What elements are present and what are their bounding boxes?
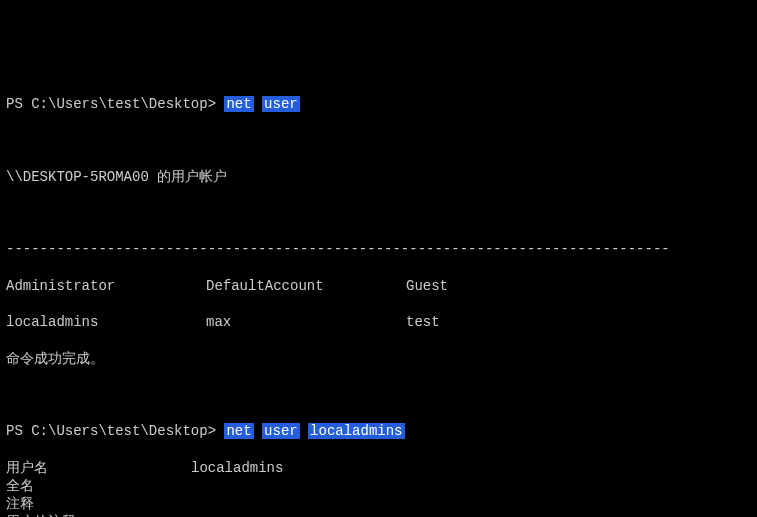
terminal-output: PS C:\Users\test\Desktop> net user \\DES… bbox=[6, 77, 751, 517]
detail-value: localadmins bbox=[191, 459, 283, 477]
success-message: 命令成功完成。 bbox=[6, 350, 751, 368]
user-cell: Administrator bbox=[6, 277, 206, 295]
user-row: AdministratorDefaultAccountGuest bbox=[6, 277, 751, 295]
user-cell: localadmins bbox=[6, 313, 206, 331]
detail-label: 用户的注释 bbox=[6, 513, 191, 517]
user-cell: test bbox=[406, 313, 586, 331]
detail-row: 用户的注释 bbox=[6, 513, 751, 517]
prompt-path: PS C:\Users\test\Desktop> bbox=[6, 423, 216, 439]
prompt-path: PS C:\Users\test\Desktop> bbox=[6, 96, 216, 112]
detail-row: 注释 bbox=[6, 495, 751, 513]
detail-label: 注释 bbox=[6, 495, 191, 513]
detail-row: 全名 bbox=[6, 477, 751, 495]
user-cell: max bbox=[206, 313, 406, 331]
separator-line: ----------------------------------------… bbox=[6, 240, 751, 258]
prompt-line-2: PS C:\Users\test\Desktop> net user local… bbox=[6, 422, 751, 440]
command-part: net bbox=[224, 96, 253, 112]
detail-label: 用户名 bbox=[6, 459, 191, 477]
command-part: net bbox=[224, 423, 253, 439]
detail-label: 全名 bbox=[6, 477, 191, 495]
user-row: localadminsmaxtest bbox=[6, 313, 751, 331]
user-cell: Guest bbox=[406, 277, 586, 295]
detail-row: 用户名localadmins bbox=[6, 459, 751, 477]
command-part: localadmins bbox=[308, 423, 404, 439]
command-part: user bbox=[262, 423, 300, 439]
user-cell: DefaultAccount bbox=[206, 277, 406, 295]
output-header: \\DESKTOP-5ROMA00 的用户帐户 bbox=[6, 168, 751, 186]
prompt-line-1: PS C:\Users\test\Desktop> net user bbox=[6, 95, 751, 113]
command-part: user bbox=[262, 96, 300, 112]
